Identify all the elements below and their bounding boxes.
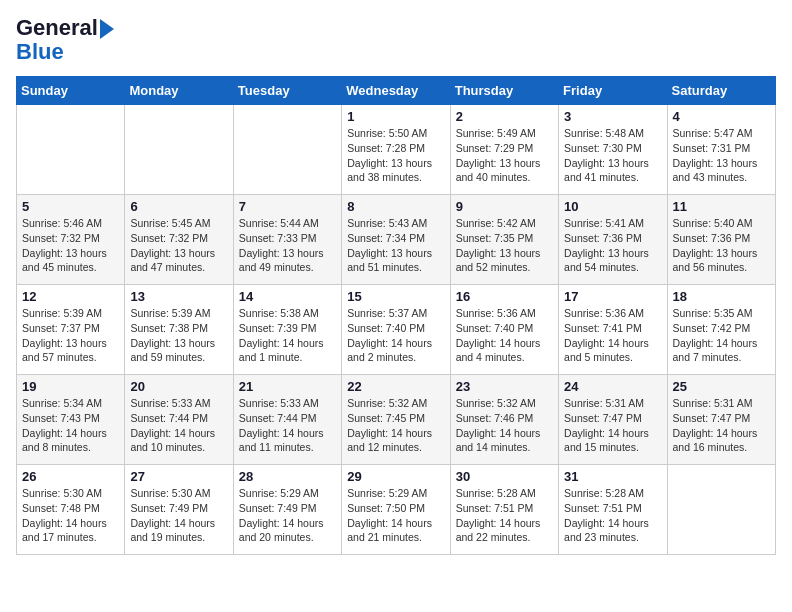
day-info: Sunrise: 5:49 AM Sunset: 7:29 PM Dayligh… (456, 126, 553, 185)
logo: General Blue (16, 16, 114, 64)
weekday-header-monday: Monday (125, 77, 233, 105)
calendar-day-24: 24Sunrise: 5:31 AM Sunset: 7:47 PM Dayli… (559, 375, 667, 465)
day-info: Sunrise: 5:32 AM Sunset: 7:46 PM Dayligh… (456, 396, 553, 455)
calendar-day-29: 29Sunrise: 5:29 AM Sunset: 7:50 PM Dayli… (342, 465, 450, 555)
day-info: Sunrise: 5:41 AM Sunset: 7:36 PM Dayligh… (564, 216, 661, 275)
day-info: Sunrise: 5:47 AM Sunset: 7:31 PM Dayligh… (673, 126, 770, 185)
day-number: 21 (239, 379, 336, 394)
calendar-day-11: 11Sunrise: 5:40 AM Sunset: 7:36 PM Dayli… (667, 195, 775, 285)
calendar-day-7: 7Sunrise: 5:44 AM Sunset: 7:33 PM Daylig… (233, 195, 341, 285)
calendar-day-25: 25Sunrise: 5:31 AM Sunset: 7:47 PM Dayli… (667, 375, 775, 465)
day-number: 5 (22, 199, 119, 214)
day-number: 29 (347, 469, 444, 484)
calendar-day-9: 9Sunrise: 5:42 AM Sunset: 7:35 PM Daylig… (450, 195, 558, 285)
calendar-day-27: 27Sunrise: 5:30 AM Sunset: 7:49 PM Dayli… (125, 465, 233, 555)
day-number: 30 (456, 469, 553, 484)
calendar-day-31: 31Sunrise: 5:28 AM Sunset: 7:51 PM Dayli… (559, 465, 667, 555)
calendar-table: SundayMondayTuesdayWednesdayThursdayFrid… (16, 76, 776, 555)
day-number: 17 (564, 289, 661, 304)
calendar-day-3: 3Sunrise: 5:48 AM Sunset: 7:30 PM Daylig… (559, 105, 667, 195)
day-info: Sunrise: 5:28 AM Sunset: 7:51 PM Dayligh… (564, 486, 661, 545)
day-info: Sunrise: 5:46 AM Sunset: 7:32 PM Dayligh… (22, 216, 119, 275)
day-number: 10 (564, 199, 661, 214)
calendar-day-28: 28Sunrise: 5:29 AM Sunset: 7:49 PM Dayli… (233, 465, 341, 555)
calendar-day-6: 6Sunrise: 5:45 AM Sunset: 7:32 PM Daylig… (125, 195, 233, 285)
weekday-header-wednesday: Wednesday (342, 77, 450, 105)
calendar-day-22: 22Sunrise: 5:32 AM Sunset: 7:45 PM Dayli… (342, 375, 450, 465)
day-info: Sunrise: 5:50 AM Sunset: 7:28 PM Dayligh… (347, 126, 444, 185)
calendar-day-20: 20Sunrise: 5:33 AM Sunset: 7:44 PM Dayli… (125, 375, 233, 465)
day-number: 16 (456, 289, 553, 304)
calendar-day-8: 8Sunrise: 5:43 AM Sunset: 7:34 PM Daylig… (342, 195, 450, 285)
calendar-day-23: 23Sunrise: 5:32 AM Sunset: 7:46 PM Dayli… (450, 375, 558, 465)
calendar-day-10: 10Sunrise: 5:41 AM Sunset: 7:36 PM Dayli… (559, 195, 667, 285)
calendar-week-row: 26Sunrise: 5:30 AM Sunset: 7:48 PM Dayli… (17, 465, 776, 555)
day-number: 31 (564, 469, 661, 484)
day-number: 27 (130, 469, 227, 484)
day-info: Sunrise: 5:30 AM Sunset: 7:48 PM Dayligh… (22, 486, 119, 545)
day-number: 2 (456, 109, 553, 124)
logo-arrow-icon (100, 19, 114, 39)
day-number: 24 (564, 379, 661, 394)
day-info: Sunrise: 5:37 AM Sunset: 7:40 PM Dayligh… (347, 306, 444, 365)
weekday-header-tuesday: Tuesday (233, 77, 341, 105)
day-number: 13 (130, 289, 227, 304)
day-number: 7 (239, 199, 336, 214)
day-info: Sunrise: 5:38 AM Sunset: 7:39 PM Dayligh… (239, 306, 336, 365)
calendar-empty-cell (17, 105, 125, 195)
weekday-header-thursday: Thursday (450, 77, 558, 105)
day-number: 22 (347, 379, 444, 394)
day-number: 8 (347, 199, 444, 214)
calendar-day-18: 18Sunrise: 5:35 AM Sunset: 7:42 PM Dayli… (667, 285, 775, 375)
calendar-week-row: 1Sunrise: 5:50 AM Sunset: 7:28 PM Daylig… (17, 105, 776, 195)
day-info: Sunrise: 5:33 AM Sunset: 7:44 PM Dayligh… (239, 396, 336, 455)
day-info: Sunrise: 5:30 AM Sunset: 7:49 PM Dayligh… (130, 486, 227, 545)
calendar-day-17: 17Sunrise: 5:36 AM Sunset: 7:41 PM Dayli… (559, 285, 667, 375)
weekday-header-saturday: Saturday (667, 77, 775, 105)
weekday-header-sunday: Sunday (17, 77, 125, 105)
day-info: Sunrise: 5:36 AM Sunset: 7:40 PM Dayligh… (456, 306, 553, 365)
day-info: Sunrise: 5:31 AM Sunset: 7:47 PM Dayligh… (673, 396, 770, 455)
day-info: Sunrise: 5:39 AM Sunset: 7:37 PM Dayligh… (22, 306, 119, 365)
day-info: Sunrise: 5:39 AM Sunset: 7:38 PM Dayligh… (130, 306, 227, 365)
day-number: 26 (22, 469, 119, 484)
day-info: Sunrise: 5:43 AM Sunset: 7:34 PM Dayligh… (347, 216, 444, 275)
logo-blue-text: Blue (16, 40, 64, 64)
calendar-day-16: 16Sunrise: 5:36 AM Sunset: 7:40 PM Dayli… (450, 285, 558, 375)
day-info: Sunrise: 5:33 AM Sunset: 7:44 PM Dayligh… (130, 396, 227, 455)
calendar-day-13: 13Sunrise: 5:39 AM Sunset: 7:38 PM Dayli… (125, 285, 233, 375)
day-info: Sunrise: 5:40 AM Sunset: 7:36 PM Dayligh… (673, 216, 770, 275)
day-info: Sunrise: 5:44 AM Sunset: 7:33 PM Dayligh… (239, 216, 336, 275)
day-info: Sunrise: 5:29 AM Sunset: 7:50 PM Dayligh… (347, 486, 444, 545)
day-info: Sunrise: 5:29 AM Sunset: 7:49 PM Dayligh… (239, 486, 336, 545)
day-number: 23 (456, 379, 553, 394)
day-info: Sunrise: 5:31 AM Sunset: 7:47 PM Dayligh… (564, 396, 661, 455)
day-number: 25 (673, 379, 770, 394)
day-number: 20 (130, 379, 227, 394)
day-number: 6 (130, 199, 227, 214)
day-number: 4 (673, 109, 770, 124)
page-header: General Blue (16, 16, 776, 64)
day-info: Sunrise: 5:35 AM Sunset: 7:42 PM Dayligh… (673, 306, 770, 365)
calendar-day-14: 14Sunrise: 5:38 AM Sunset: 7:39 PM Dayli… (233, 285, 341, 375)
day-number: 14 (239, 289, 336, 304)
calendar-day-4: 4Sunrise: 5:47 AM Sunset: 7:31 PM Daylig… (667, 105, 775, 195)
calendar-day-15: 15Sunrise: 5:37 AM Sunset: 7:40 PM Dayli… (342, 285, 450, 375)
calendar-day-21: 21Sunrise: 5:33 AM Sunset: 7:44 PM Dayli… (233, 375, 341, 465)
day-info: Sunrise: 5:45 AM Sunset: 7:32 PM Dayligh… (130, 216, 227, 275)
calendar-header-row: SundayMondayTuesdayWednesdayThursdayFrid… (17, 77, 776, 105)
calendar-empty-cell (233, 105, 341, 195)
calendar-week-row: 12Sunrise: 5:39 AM Sunset: 7:37 PM Dayli… (17, 285, 776, 375)
day-info: Sunrise: 5:34 AM Sunset: 7:43 PM Dayligh… (22, 396, 119, 455)
calendar-week-row: 5Sunrise: 5:46 AM Sunset: 7:32 PM Daylig… (17, 195, 776, 285)
calendar-day-12: 12Sunrise: 5:39 AM Sunset: 7:37 PM Dayli… (17, 285, 125, 375)
calendar-day-26: 26Sunrise: 5:30 AM Sunset: 7:48 PM Dayli… (17, 465, 125, 555)
day-info: Sunrise: 5:28 AM Sunset: 7:51 PM Dayligh… (456, 486, 553, 545)
calendar-day-19: 19Sunrise: 5:34 AM Sunset: 7:43 PM Dayli… (17, 375, 125, 465)
day-number: 1 (347, 109, 444, 124)
day-number: 28 (239, 469, 336, 484)
calendar-empty-cell (125, 105, 233, 195)
calendar-empty-cell (667, 465, 775, 555)
day-number: 9 (456, 199, 553, 214)
day-info: Sunrise: 5:48 AM Sunset: 7:30 PM Dayligh… (564, 126, 661, 185)
